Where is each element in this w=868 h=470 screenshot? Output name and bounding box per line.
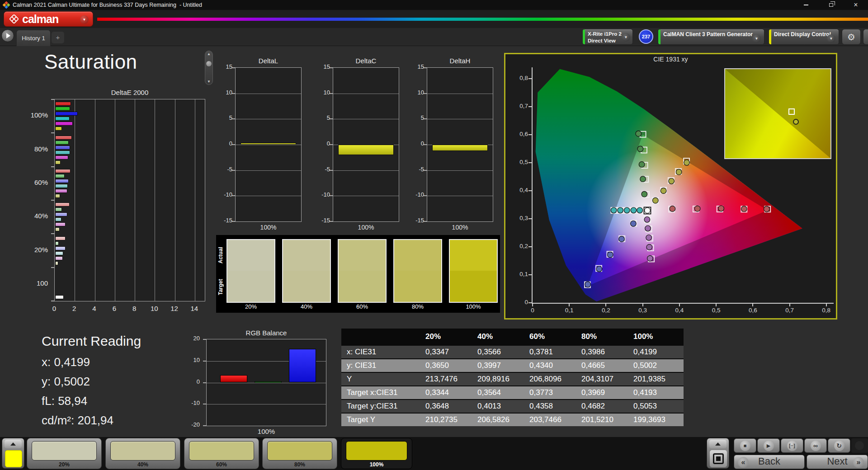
table-cell: 0,4193: [631, 388, 684, 397]
delta-y-tick: 10: [406, 89, 424, 96]
rainbow-accent-bar: [97, 18, 868, 21]
pattern-generator-dropdown[interactable]: CalMAN Client 3 Pattern Generator ▼: [658, 29, 764, 45]
delta-gridline: [236, 145, 301, 145]
chevron-down-icon: ▼: [830, 37, 833, 41]
loop-button[interactable]: ↻: [828, 438, 850, 453]
deltae-tick: [51, 267, 54, 268]
cie-measured-yellow: [669, 179, 675, 184]
delta-tick: [330, 144, 333, 145]
deltae-gridline: [95, 99, 95, 301]
continuous-button[interactable]: ∞: [804, 438, 827, 453]
stop-button[interactable]: ■: [734, 438, 756, 453]
pattern-generator-status-bar: [658, 29, 660, 44]
rgb-tick: [203, 425, 206, 426]
delta-y-tick: -5: [406, 166, 424, 173]
cie-y-tickmark: [528, 302, 532, 303]
deltae-group-label: 40%: [34, 212, 48, 220]
menu-chevron-icon[interactable]: ▼: [80, 15, 89, 24]
delta-y-tick: -15: [214, 217, 232, 224]
cie-x-tick: 0,7: [782, 307, 798, 314]
cie-x-tickmark: [569, 304, 570, 306]
table-cell: 206,8096: [527, 375, 579, 384]
tab-history-1[interactable]: History 1: [16, 30, 51, 46]
pattern-button-80%[interactable]: 80%: [262, 438, 337, 469]
cie-y-tickmark: [528, 274, 532, 275]
deltae-bar-80%: [55, 155, 68, 160]
current-reading-title: Current Reading: [42, 334, 141, 349]
delta-tick: [330, 67, 333, 68]
deltae-x-tick: 2: [67, 305, 81, 312]
display-control-dropdown[interactable]: Direct Display Control ▼: [769, 29, 839, 45]
cie-measured-red: [694, 206, 700, 212]
table-row-label: Target Y: [341, 415, 423, 424]
cie-measured-yellow: [653, 197, 659, 203]
nav-expand-button[interactable]: [1, 29, 14, 42]
delta-tick: [232, 221, 235, 222]
pattern-button-20%[interactable]: 20%: [27, 438, 102, 469]
pattern-button-40%[interactable]: 40%: [105, 438, 180, 469]
close-button[interactable]: ×: [844, 0, 868, 10]
calman-diamond-icon: [9, 14, 19, 24]
pattern-panel-expand-button[interactable]: [5, 440, 22, 448]
table-cell: 0,5002: [631, 361, 684, 370]
cie-measured-magenta: [644, 217, 650, 223]
scrollbar-thumb[interactable]: [206, 61, 212, 66]
delta-y-tick: 10: [214, 89, 232, 96]
rgb-bar-red: [220, 375, 247, 383]
scroll-up-icon[interactable]: ▲: [205, 52, 212, 56]
cie-x-tick: 0,6: [745, 307, 761, 314]
pattern-button-60%[interactable]: 60%: [184, 438, 259, 469]
play-button[interactable]: ▶: [757, 438, 780, 453]
deltae-gridline: [175, 99, 175, 301]
delta-tick: [330, 170, 333, 171]
swatch-target-20%: [227, 271, 274, 302]
calman-menu-button[interactable]: calman ▼: [4, 11, 93, 27]
display-panel-expand-button[interactable]: [709, 440, 726, 448]
swatch-target-100%: [450, 271, 497, 302]
display-control-chevron[interactable]: ▼: [827, 34, 835, 43]
meter-label: X-Rite i1Pro 2 Direct View: [588, 31, 622, 44]
collapsed-panel-button[interactable]: [863, 29, 868, 45]
table-row-label: x: CIE31: [341, 348, 423, 357]
step-range-button[interactable]: [··]: [781, 438, 803, 453]
cie-y-tickmark: [528, 218, 532, 219]
back-button[interactable]: « Back: [734, 455, 805, 469]
cie-y-tickmark: [528, 190, 532, 191]
layout-scrollbar[interactable]: ▲ ▼: [205, 51, 213, 85]
restore-button[interactable]: [819, 0, 843, 10]
table-row-label: Target x:CIE31: [341, 388, 423, 397]
bracket-icon: [··]: [789, 443, 795, 448]
swatch-target-80%: [394, 271, 441, 302]
deltae-bar-100%: [55, 117, 70, 121]
cie-measured-red: [741, 206, 747, 212]
swatch-label: 80%: [393, 303, 442, 310]
stop-icon: ■: [744, 443, 747, 448]
add-tab-button[interactable]: +: [52, 32, 64, 43]
meter-chevron[interactable]: ▼: [622, 33, 630, 42]
pattern-button-100%[interactable]: 100%: [341, 438, 412, 469]
swatch-80%: [393, 239, 442, 303]
display-window-button[interactable]: [710, 450, 727, 467]
minimize-icon: [804, 5, 808, 5]
pattern-swatch: [267, 441, 332, 461]
delta-gridline: [427, 196, 493, 196]
delta-chart-DeltaH: [427, 67, 493, 222]
delta-gridline: [333, 170, 399, 171]
delta-y-tick: 0: [406, 140, 424, 147]
rgb-y-tick: 0: [184, 378, 200, 385]
table-cell: 199,3693: [631, 415, 684, 424]
next-button[interactable]: » Next: [807, 455, 868, 469]
rgb-gridline: [207, 404, 326, 404]
minimize-button[interactable]: [794, 0, 818, 10]
scroll-down-icon[interactable]: ▼: [205, 80, 212, 84]
pattern-generator-chevron[interactable]: ▼: [752, 34, 761, 43]
meter-dropdown[interactable]: X-Rite i1Pro 2 Direct View ▼: [582, 29, 633, 45]
settings-button[interactable]: ⚙: [842, 29, 861, 45]
table-cell: 0,3773: [527, 388, 579, 397]
delta-tick: [424, 67, 427, 68]
table-cell: 206,5826: [475, 415, 527, 424]
table-col-80%: 80%: [579, 332, 631, 341]
table-cell: 210,2735: [423, 415, 475, 424]
swatch-label: 40%: [282, 303, 331, 310]
cie-measured-yellow: [660, 188, 666, 194]
